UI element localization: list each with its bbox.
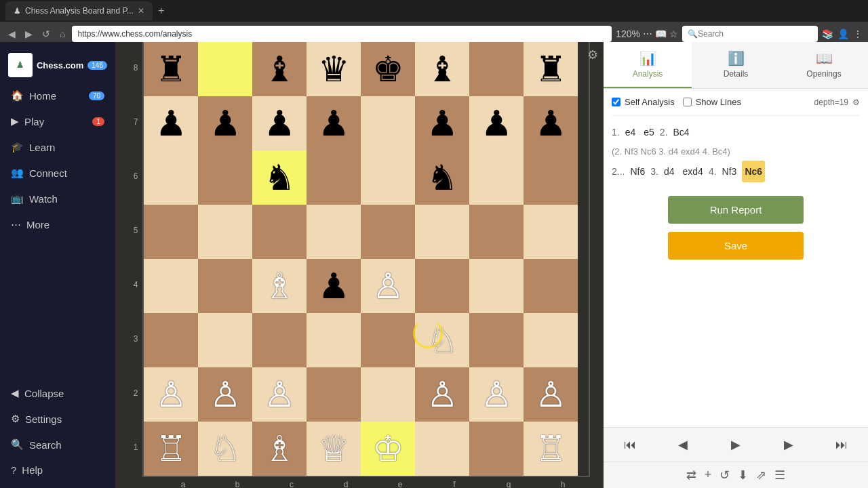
download-icon[interactable]: ⬇ bbox=[738, 468, 748, 483]
square-c6[interactable]: ♞ bbox=[252, 150, 307, 205]
address-bar[interactable]: https://www.chess.com/analysis bbox=[72, 26, 612, 42]
square-g5[interactable] bbox=[469, 205, 524, 259]
square-e5[interactable] bbox=[361, 205, 415, 259]
square-c8[interactable]: ♝ bbox=[252, 42, 307, 96]
square-e3[interactable] bbox=[361, 313, 415, 367]
square-a6[interactable] bbox=[144, 150, 198, 205]
save-button[interactable]: Save bbox=[668, 232, 804, 260]
self-analysis-checkbox-label[interactable]: Self Analysis bbox=[612, 97, 675, 107]
sidebar-item-collapse[interactable]: ◀ Collapse bbox=[0, 380, 115, 406]
browser-search-bar[interactable]: 🔍 bbox=[682, 26, 818, 42]
sidebar-item-search[interactable]: 🔍 Search bbox=[0, 432, 115, 458]
square-a3[interactable] bbox=[144, 313, 198, 367]
square-d1[interactable]: ♕ bbox=[307, 422, 361, 476]
share-icon[interactable]: ⇗ bbox=[756, 468, 766, 483]
show-lines-checkbox[interactable] bbox=[683, 98, 692, 106]
square-b4[interactable] bbox=[198, 259, 252, 313]
square-h1[interactable]: ♖ bbox=[524, 422, 578, 476]
move-e4[interactable]: e4 bbox=[623, 121, 639, 143]
sidebar-item-learn[interactable]: 🎓 Learn bbox=[0, 134, 115, 160]
square-b3[interactable] bbox=[198, 313, 252, 367]
run-report-button[interactable]: Run Report bbox=[668, 196, 804, 224]
first-move-button[interactable]: ⏮ bbox=[604, 428, 656, 462]
square-h7[interactable]: ♟ bbox=[524, 96, 578, 150]
square-a5[interactable] bbox=[144, 205, 198, 259]
square-f4[interactable] bbox=[415, 259, 469, 313]
square-f8[interactable]: ♝ bbox=[415, 42, 469, 96]
square-d5[interactable] bbox=[307, 205, 361, 259]
browser-tab[interactable]: ♟ Chess Analysis Board and P... ✕ bbox=[5, 1, 153, 20]
play-button[interactable]: ▶ bbox=[709, 428, 762, 462]
square-h4[interactable] bbox=[524, 259, 578, 313]
square-d8[interactable]: ♛ bbox=[307, 42, 361, 96]
square-e4[interactable]: ♙ bbox=[361, 259, 415, 313]
square-b5[interactable] bbox=[198, 205, 252, 259]
sidebar-item-watch[interactable]: 📺 Watch bbox=[0, 186, 115, 211]
square-b6[interactable] bbox=[198, 150, 252, 205]
more-options-icon[interactable]: ☰ bbox=[774, 468, 785, 483]
square-d3[interactable] bbox=[307, 313, 361, 367]
square-b8[interactable] bbox=[198, 42, 252, 96]
square-e8[interactable]: ♚ bbox=[361, 42, 415, 96]
self-analysis-checkbox[interactable] bbox=[612, 98, 620, 106]
sidebar-item-settings[interactable]: ⚙ Settings bbox=[0, 406, 115, 432]
square-c4[interactable]: ♗ bbox=[252, 259, 307, 313]
tab-openings[interactable]: 📖 Openings bbox=[780, 42, 868, 88]
chess-board[interactable]: ♜ ♝ ♛ ♚ ♝ ♜ ♟ ♟ ♟ ♟ ♟ ♟ ♟ bbox=[142, 42, 590, 477]
square-c1[interactable]: ♗ bbox=[252, 422, 307, 476]
reload-button[interactable]: ↺ bbox=[39, 27, 53, 41]
square-f1[interactable] bbox=[415, 422, 469, 476]
square-d2[interactable] bbox=[307, 367, 361, 422]
square-c2[interactable]: ♙ bbox=[252, 367, 307, 422]
square-h5[interactable] bbox=[524, 205, 578, 259]
square-h6[interactable] bbox=[524, 150, 578, 205]
square-d7[interactable]: ♟ bbox=[307, 96, 361, 150]
square-g6[interactable] bbox=[469, 150, 524, 205]
tab-analysis[interactable]: 📊 Analysis bbox=[604, 42, 692, 88]
sidebar-item-play[interactable]: ▶ Play 1 bbox=[0, 108, 115, 134]
square-a8[interactable]: ♜ bbox=[144, 42, 198, 96]
square-h8[interactable]: ♜ bbox=[524, 42, 578, 96]
square-f6[interactable]: ♞ bbox=[415, 150, 469, 205]
board-settings-icon[interactable]: ⚙ bbox=[587, 47, 598, 62]
move-exd4[interactable]: exd4 bbox=[680, 161, 706, 182]
square-a7[interactable]: ♟ bbox=[144, 96, 198, 150]
square-e6[interactable] bbox=[361, 150, 415, 205]
tab-details[interactable]: ℹ️ Details bbox=[692, 42, 780, 88]
prev-move-button[interactable]: ◀ bbox=[656, 428, 709, 462]
add-icon[interactable]: + bbox=[705, 468, 712, 483]
square-g7[interactable]: ♟ bbox=[469, 96, 524, 150]
square-f5[interactable] bbox=[415, 205, 469, 259]
square-h2[interactable]: ♙ bbox=[524, 367, 578, 422]
square-e7[interactable] bbox=[361, 96, 415, 150]
square-g3[interactable] bbox=[469, 313, 524, 367]
flip-board-icon[interactable]: ⇄ bbox=[686, 468, 696, 483]
move-nf3[interactable]: Nf3 bbox=[719, 161, 740, 182]
new-tab-button[interactable]: + bbox=[158, 5, 164, 17]
square-d4[interactable]: ♟ bbox=[307, 259, 361, 313]
tab-close-button[interactable]: ✕ bbox=[138, 6, 144, 16]
search-input[interactable] bbox=[698, 29, 806, 39]
move-bc4[interactable]: Bc4 bbox=[671, 121, 692, 143]
move-d4[interactable]: d4 bbox=[661, 161, 677, 182]
square-a1[interactable]: ♖ bbox=[144, 422, 198, 476]
square-e2[interactable] bbox=[361, 367, 415, 422]
back-button[interactable]: ◀ bbox=[5, 27, 18, 41]
square-g1[interactable] bbox=[469, 422, 524, 476]
square-e1[interactable]: ♔ bbox=[361, 422, 415, 476]
sidebar-item-more[interactable]: ⋯ More bbox=[0, 211, 115, 237]
square-g8[interactable] bbox=[469, 42, 524, 96]
square-b2[interactable]: ♙ bbox=[198, 367, 252, 422]
depth-settings-icon[interactable]: ⚙ bbox=[852, 98, 860, 107]
show-lines-checkbox-label[interactable]: Show Lines bbox=[683, 97, 741, 107]
next-move-button[interactable]: ▶ bbox=[762, 428, 815, 462]
square-c5[interactable] bbox=[252, 205, 307, 259]
move-e5[interactable]: e5 bbox=[641, 121, 657, 143]
sidebar-item-connect[interactable]: 👥 Connect bbox=[0, 160, 115, 186]
square-c7[interactable]: ♟ bbox=[252, 96, 307, 150]
move-nf6[interactable]: Nf6 bbox=[627, 161, 648, 182]
square-h3[interactable] bbox=[524, 313, 578, 367]
square-c3[interactable] bbox=[252, 313, 307, 367]
last-move-button[interactable]: ⏭ bbox=[815, 428, 868, 462]
square-a2[interactable]: ♙ bbox=[144, 367, 198, 422]
